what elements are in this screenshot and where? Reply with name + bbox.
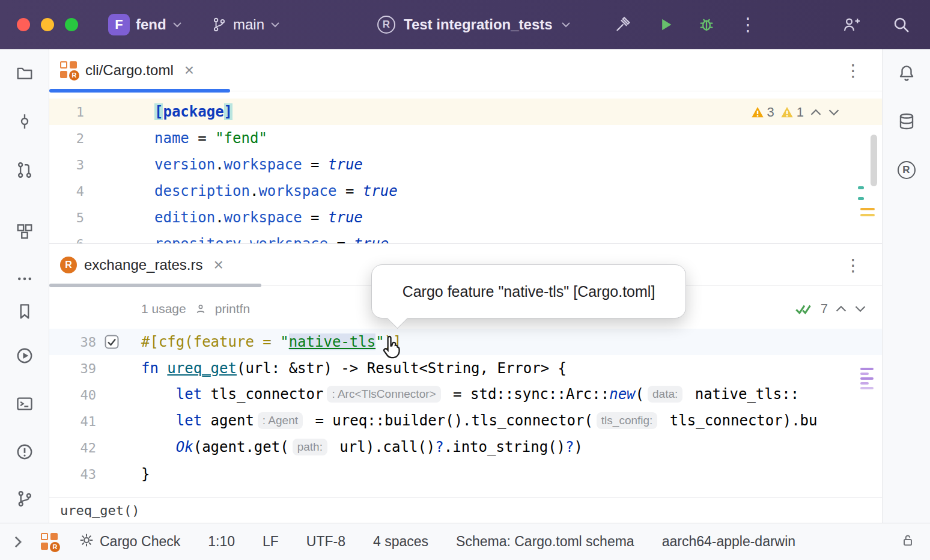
chevron-down-icon[interactable] bbox=[828, 108, 840, 117]
code-text: fn ureq_get(url: &str) -> Result<String,… bbox=[141, 360, 567, 377]
line-number[interactable]: 4 bbox=[49, 184, 84, 199]
bookmarks-icon[interactable] bbox=[16, 302, 34, 320]
tooltip-text: Cargo feature "native-tls" [Cargo.toml] bbox=[403, 283, 655, 300]
code-line[interactable]: 42 Ok(agent.get(path: url).call()?.into_… bbox=[49, 434, 882, 461]
run-tool-icon[interactable] bbox=[16, 347, 34, 365]
traffic-zoom-icon[interactable] bbox=[65, 18, 78, 31]
code-line[interactable]: 43} bbox=[49, 461, 882, 487]
line-number[interactable]: 5 bbox=[49, 210, 84, 225]
inspection-widget-bottom[interactable]: 7 bbox=[795, 301, 866, 317]
scrollbar-thumb[interactable] bbox=[871, 135, 877, 186]
pull-requests-icon[interactable] bbox=[16, 161, 34, 179]
notifications-icon[interactable] bbox=[898, 64, 916, 82]
author-hint[interactable]: printfn bbox=[215, 302, 250, 316]
code-text: #[cfg(feature = "native-tls")] bbox=[141, 333, 402, 350]
feature-link[interactable]: native-tls bbox=[289, 333, 376, 350]
project-widget[interactable]: F fend bbox=[108, 0, 182, 49]
tab-cargo-toml[interactable]: R cli/Cargo.toml × bbox=[49, 49, 205, 91]
code-line[interactable]: 38#[cfg(feature = "native-tls")] bbox=[49, 329, 882, 355]
branch-widget[interactable]: main bbox=[211, 0, 280, 49]
code-text: Ok(agent.get(path: url).call()?.into_str… bbox=[141, 439, 583, 457]
problems-icon[interactable] bbox=[16, 443, 34, 461]
commit-icon[interactable] bbox=[16, 112, 34, 130]
chevron-up-icon[interactable] bbox=[810, 108, 822, 117]
code-line[interactable]: 41 let agent: Agent = ureq::builder().tl… bbox=[49, 408, 882, 434]
line-number[interactable]: 38 bbox=[49, 335, 96, 350]
inspection-widget-top[interactable]: 3 1 bbox=[751, 105, 840, 120]
status-item[interactable]: 1:10 bbox=[208, 534, 235, 550]
line-number[interactable]: 2 bbox=[49, 131, 84, 146]
build-hammer-icon[interactable] bbox=[612, 13, 636, 37]
line-number[interactable]: 42 bbox=[49, 440, 96, 455]
double-check-icon bbox=[795, 303, 813, 315]
analysis-mark bbox=[860, 377, 874, 380]
line-number[interactable]: 3 bbox=[49, 157, 84, 172]
ide-window: F fend main R Test integration_tests bbox=[0, 0, 930, 560]
author-icon bbox=[195, 303, 207, 315]
project-badge: F bbox=[108, 14, 130, 35]
status-item[interactable]: aarch64-apple-darwin bbox=[662, 534, 795, 550]
editor-cargo-toml: R cli/Cargo.toml × ⋮ 1[package]2name = "… bbox=[49, 49, 882, 243]
cargo-icon[interactable]: R bbox=[41, 533, 59, 551]
traffic-minimize-icon[interactable] bbox=[41, 18, 54, 31]
status-item[interactable]: Schema: Cargo.toml schema bbox=[456, 534, 634, 550]
code-line[interactable]: 3version.workspace = true bbox=[49, 151, 882, 178]
code-text: let tls_connector: Arc<TlsConnector> = s… bbox=[141, 386, 799, 404]
breadcrumb-item[interactable]: ureq_get() bbox=[60, 503, 139, 518]
warning-count-strong: 3 bbox=[767, 105, 774, 120]
right-tool-strip: R bbox=[882, 49, 930, 523]
tab-exchange-rates[interactable]: R exchange_rates.rs × bbox=[49, 244, 234, 285]
rust-plugin-icon[interactable]: R bbox=[898, 161, 916, 179]
status-item[interactable]: Cargo Check bbox=[79, 533, 180, 551]
code-line[interactable]: 4description.workspace = true bbox=[49, 178, 882, 204]
code-line[interactable]: 40 let tls_connector: Arc<TlsConnector> … bbox=[49, 382, 882, 408]
close-icon[interactable]: × bbox=[213, 257, 223, 273]
status-item[interactable]: UTF-8 bbox=[306, 534, 345, 550]
close-icon[interactable]: × bbox=[184, 62, 194, 79]
code-line[interactable]: 39fn ureq_get(url: &str) -> Result<Strin… bbox=[49, 355, 882, 382]
more-icon[interactable] bbox=[16, 270, 34, 288]
debug-bug-icon[interactable] bbox=[694, 13, 719, 37]
database-icon[interactable] bbox=[898, 112, 916, 130]
chevron-up-icon[interactable] bbox=[835, 305, 847, 313]
status-item[interactable]: LF bbox=[263, 534, 279, 550]
usages-hint[interactable]: 1 usage bbox=[141, 302, 186, 316]
documentation-tooltip: Cargo feature "native-tls" [Cargo.toml] bbox=[371, 264, 686, 318]
line-number[interactable]: 43 bbox=[49, 467, 96, 482]
search-icon[interactable] bbox=[889, 13, 913, 37]
inactive-tab-underline bbox=[49, 284, 261, 287]
line-number[interactable]: 1 bbox=[49, 105, 84, 120]
add-user-icon[interactable] bbox=[839, 13, 863, 37]
status-item[interactable]: 4 spaces bbox=[373, 534, 428, 550]
run-configuration[interactable]: R Test integration_tests bbox=[377, 0, 571, 49]
run-icon[interactable] bbox=[654, 13, 678, 37]
more-vertical-icon[interactable]: ⋮ bbox=[739, 16, 757, 34]
code-text: [package] bbox=[154, 103, 232, 120]
kebab-icon[interactable]: ⋮ bbox=[845, 255, 862, 275]
code-line[interactable]: 5edition.workspace = true bbox=[49, 204, 882, 231]
titlebar: F fend main R Test integration_tests bbox=[0, 0, 930, 49]
line-number[interactable]: 40 bbox=[49, 388, 96, 403]
line-number[interactable]: 6 bbox=[49, 237, 84, 244]
traffic-close-icon[interactable] bbox=[17, 18, 30, 31]
version-control-icon[interactable] bbox=[16, 490, 34, 508]
line-number[interactable]: 41 bbox=[49, 414, 96, 429]
project-icon[interactable] bbox=[16, 64, 34, 82]
check-count: 7 bbox=[821, 301, 828, 317]
line-number[interactable]: 39 bbox=[49, 361, 96, 376]
structure-icon[interactable] bbox=[16, 222, 34, 240]
kebab-icon[interactable]: ⋮ bbox=[845, 60, 862, 80]
code-line[interactable]: 6repository.workspace = true bbox=[49, 231, 882, 243]
tab-label: exchange_rates.rs bbox=[84, 257, 202, 273]
code-line[interactable]: 2name = "fend" bbox=[49, 125, 882, 151]
rust-file-icon: R bbox=[60, 257, 77, 273]
chevron-right-icon[interactable] bbox=[13, 535, 23, 549]
breadcrumb[interactable]: ureq_get() bbox=[49, 498, 882, 523]
code-text: description.workspace = true bbox=[154, 183, 398, 199]
warning-count-weak: 1 bbox=[797, 105, 804, 120]
terminal-icon[interactable] bbox=[16, 395, 34, 413]
chevron-down-icon bbox=[270, 22, 280, 28]
checkbox-icon[interactable] bbox=[105, 335, 119, 349]
lock-icon[interactable] bbox=[900, 532, 916, 552]
chevron-down-icon[interactable] bbox=[854, 305, 866, 313]
